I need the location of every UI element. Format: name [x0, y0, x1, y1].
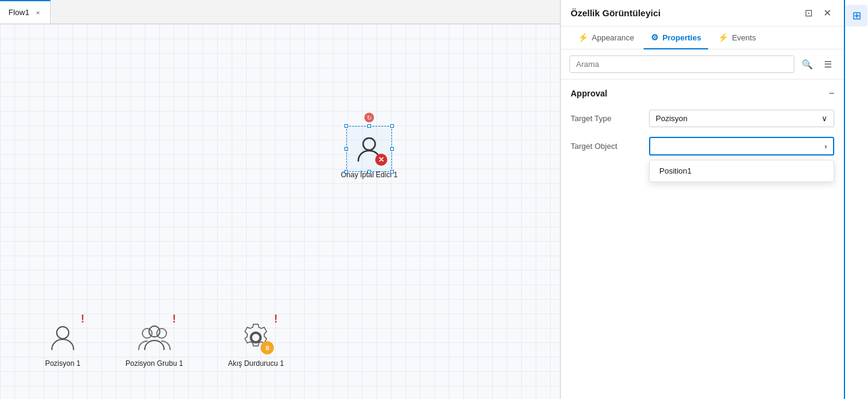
pause-badge: ⏸: [261, 341, 274, 354]
error-badge-akis-durdurucu1: !: [274, 313, 277, 324]
flow-node-pozisyon1[interactable]: ! Pozisyon 1: [43, 318, 82, 368]
svg-point-3: [157, 328, 166, 338]
label-target-object: Target Object: [571, 142, 643, 151]
property-panel: Özellik Görüntüleyici ⊡ ✕ ⚡ Appearance ⚙…: [560, 0, 844, 399]
approval-section: Approval − Target Type Pozisyon ∨ Target…: [561, 80, 844, 160]
person-icon-pozisyon1: [47, 322, 78, 353]
tab-events-label: Events: [732, 33, 756, 42]
right-sidebar: ⊞: [844, 0, 868, 399]
dropdown-target-type[interactable]: Pozisyon ∨: [649, 110, 834, 127]
label-target-type: Target Type: [571, 114, 643, 123]
collapse-button[interactable]: ☰: [820, 57, 835, 72]
tab-bar: Flow1 ×: [0, 0, 560, 24]
panel-header-actions: ⊡ ✕: [802, 6, 834, 20]
tab-label: Flow1: [8, 8, 30, 17]
dropdown-list-item-position1[interactable]: Position1: [650, 160, 834, 181]
chevron-down-icon: ∨: [822, 114, 828, 123]
node-label-pozisyon-grubu1: Pozisyon Grubu 1: [125, 359, 183, 368]
rotate-handle[interactable]: ↻: [364, 113, 374, 122]
panel-tabs: ⚡ Appearance ⚙ Properties ⚡ Events: [561, 27, 844, 49]
group-icon: [136, 322, 173, 353]
svg-point-4: [149, 326, 160, 337]
control-target-type: Pozisyon ∨: [649, 110, 834, 127]
control-target-object: › Position1: [649, 137, 834, 156]
panel-content: Approval − Target Type Pozisyon ∨ Target…: [561, 80, 844, 399]
appearance-icon: ⚡: [578, 33, 588, 42]
tab-close-button[interactable]: ×: [34, 8, 42, 17]
section-header-approval: Approval −: [571, 80, 834, 105]
dropdown-list-target-object: Position1: [649, 160, 834, 182]
flow-node-cancel[interactable]: ↻ ✕ Onay İptal Edici 1: [341, 130, 398, 179]
dropdown-target-type-value: Pozisyon: [656, 114, 688, 123]
error-badge-pozisyon1: !: [81, 313, 84, 324]
panel-title: Özellik Görüntüleyici: [571, 8, 661, 18]
search-button[interactable]: 🔍: [798, 57, 817, 72]
tab-properties[interactable]: ⚙ Properties: [644, 27, 708, 49]
flow-node-akis-durdurucu1[interactable]: ! ⏸ Akış Durdurucu 1: [228, 318, 284, 368]
flow-canvas[interactable]: ↻ ✕ Onay İptal Edici 1 ! Pozisyon 1: [0, 24, 560, 399]
svg-point-1: [57, 327, 69, 339]
svg-point-0: [363, 138, 375, 150]
tab-events[interactable]: ⚡ Events: [711, 27, 763, 49]
prop-row-target-type: Target Type Pozisyon ∨: [571, 105, 834, 132]
node-label-akis-durdurucu1: Akış Durdurucu 1: [228, 359, 284, 368]
panel-search-bar: 🔍 ☰: [561, 49, 844, 80]
tab-flow1[interactable]: Flow1 ×: [0, 0, 51, 24]
events-icon: ⚡: [718, 33, 728, 42]
properties-icon: ⚙: [651, 33, 659, 42]
panel-header: Özellik Görüntüleyici ⊡ ✕: [561, 0, 844, 27]
node-label-pozisyon1: Pozisyon 1: [45, 359, 81, 368]
error-badge-pozisyon-grubu1: !: [173, 313, 176, 324]
tab-appearance-label: Appearance: [592, 33, 634, 42]
cancel-badge: ✕: [375, 154, 387, 166]
section-collapse-button[interactable]: −: [829, 88, 834, 99]
arrow-right-icon: ›: [825, 142, 827, 151]
flow-node-pozisyon-grubu1[interactable]: ! Pozisyon Grubu 1: [125, 318, 183, 368]
panel-pin-button[interactable]: ⊡: [802, 6, 816, 20]
svg-point-2: [142, 328, 152, 338]
tab-properties-label: Properties: [662, 33, 701, 42]
prop-row-target-object: Target Object › Position1: [571, 132, 834, 160]
sidebar-panel-icon: ⊞: [852, 9, 861, 22]
input-target-object[interactable]: ›: [649, 137, 834, 156]
search-input[interactable]: [569, 55, 794, 73]
panel-close-button[interactable]: ✕: [820, 6, 834, 20]
tab-appearance[interactable]: ⚡ Appearance: [571, 27, 641, 49]
section-label-approval: Approval: [571, 89, 607, 98]
sidebar-panel-toggle-button[interactable]: ⊞: [846, 5, 867, 27]
